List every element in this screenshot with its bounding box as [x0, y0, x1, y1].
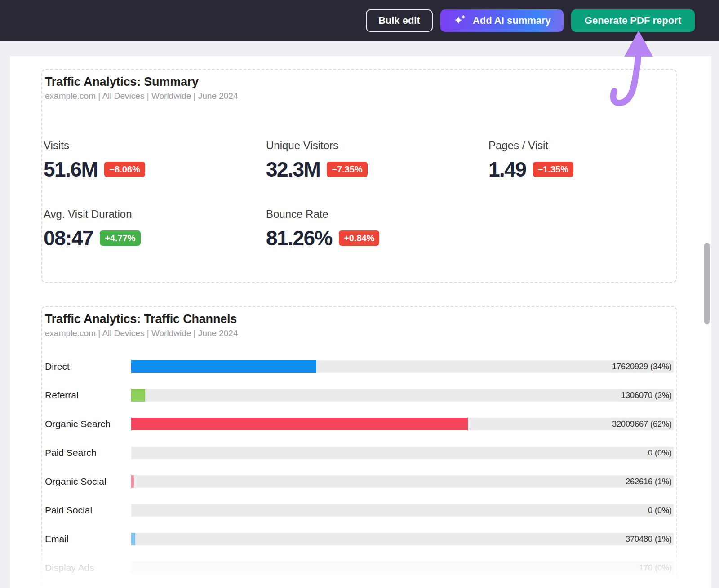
channel-row-display-ads: Display Ads170 (0%) — [42, 561, 676, 574]
channels-subtitle: example.com | All Devices | Worldwide | … — [45, 328, 238, 338]
channel-bar-track: 170 (0%) — [131, 561, 674, 574]
channel-label: Email — [45, 533, 69, 545]
delta-badge: +4.77% — [100, 230, 140, 246]
channel-row-paid-search: Paid Search0 (0%) — [42, 447, 676, 459]
channel-label: Paid Search — [45, 447, 96, 459]
channel-bar-track: 370480 (1%) — [131, 533, 674, 545]
metric-label: Avg. Visit Duration — [44, 208, 141, 221]
channel-bar — [131, 475, 134, 488]
metric-value: 08:47 — [44, 226, 93, 250]
metric-label: Pages / Visit — [488, 139, 573, 152]
widget-traffic-summary[interactable]: Traffic Analytics: Summary example.com |… — [41, 69, 677, 283]
channel-label: Direct — [45, 360, 70, 373]
channels-title: Traffic Analytics: Traffic Channels — [45, 312, 237, 326]
metric-value: 51.6M — [44, 157, 98, 181]
channel-label: Organic Social — [45, 475, 107, 488]
metric-value: 81.26% — [266, 226, 332, 250]
bulk-edit-button[interactable]: Bulk edit — [366, 9, 433, 32]
metric-label: Unique Visitors — [266, 139, 368, 152]
channel-row-referral: Referral1306070 (3%) — [42, 389, 676, 402]
channel-bar-track: 32009667 (62%) — [131, 418, 674, 430]
metric-pages-per-visit: Pages / Visit 1.49 −1.35% — [488, 139, 573, 181]
metric-unique-visitors: Unique Visitors 32.3M −7.35% — [266, 139, 368, 181]
vertical-scrollbar[interactable] — [704, 243, 710, 324]
channel-value: 0 (0%) — [648, 447, 672, 459]
channel-row-email: Email370480 (1%) — [42, 533, 676, 545]
channel-bar — [131, 418, 468, 430]
channel-bar — [131, 389, 145, 402]
delta-badge: −8.06% — [104, 162, 145, 177]
channel-bar-track: 1306070 (3%) — [131, 389, 674, 402]
channel-label: Paid Social — [45, 504, 92, 517]
channel-bar-track: 0 (0%) — [131, 447, 674, 459]
channel-row-organic-social: Organic Social262616 (1%) — [42, 475, 676, 488]
channel-value: 262616 (1%) — [626, 475, 672, 488]
delta-badge: +0.84% — [339, 230, 379, 246]
channel-value: 0 (0%) — [648, 504, 672, 517]
summary-title: Traffic Analytics: Summary — [45, 75, 199, 89]
summary-subtitle: example.com | All Devices | Worldwide | … — [45, 91, 238, 101]
add-ai-summary-label: Add AI summary — [473, 15, 551, 27]
metric-label: Bounce Rate — [266, 208, 379, 221]
channel-value: 32009667 (62%) — [612, 418, 672, 430]
channel-label: Organic Search — [45, 418, 111, 430]
channel-label: Display Ads — [45, 561, 94, 574]
generate-pdf-report-button[interactable]: Generate PDF report — [571, 9, 695, 32]
channel-value: 1306070 (3%) — [621, 389, 672, 402]
channel-bar-track: 17620929 (34%) — [131, 360, 674, 373]
channel-label: Referral — [45, 389, 79, 402]
metric-label: Visits — [44, 139, 145, 152]
channel-bar — [131, 533, 135, 545]
channel-value: 370480 (1%) — [626, 533, 672, 545]
channel-row-direct: Direct17620929 (34%) — [42, 360, 676, 373]
metric-value: 32.3M — [266, 157, 320, 181]
channel-bar-track: 0 (0%) — [131, 504, 674, 517]
sparkle-icon — [453, 13, 467, 28]
delta-badge: −1.35% — [533, 162, 573, 177]
add-ai-summary-button[interactable]: Add AI summary — [440, 9, 564, 32]
delta-badge: −7.35% — [327, 162, 367, 177]
widget-traffic-channels[interactable]: Traffic Analytics: Traffic Channels exam… — [41, 306, 677, 588]
channel-value: 17620929 (34%) — [612, 360, 672, 373]
channel-bar-track: 262616 (1%) — [131, 475, 674, 488]
channel-row-organic-search: Organic Search32009667 (62%) — [42, 418, 676, 430]
channel-row-paid-social: Paid Social0 (0%) — [42, 504, 676, 517]
metric-bounce-rate: Bounce Rate 81.26% +0.84% — [266, 208, 379, 250]
top-action-bar: Bulk edit Add AI summary Generate PDF re… — [0, 0, 719, 41]
metric-visits: Visits 51.6M −8.06% — [44, 139, 145, 181]
channel-bar — [131, 360, 316, 373]
metric-value: 1.49 — [488, 157, 526, 181]
channel-value: 170 (0%) — [639, 561, 672, 574]
metric-avg-visit-duration: Avg. Visit Duration 08:47 +4.77% — [44, 208, 141, 250]
